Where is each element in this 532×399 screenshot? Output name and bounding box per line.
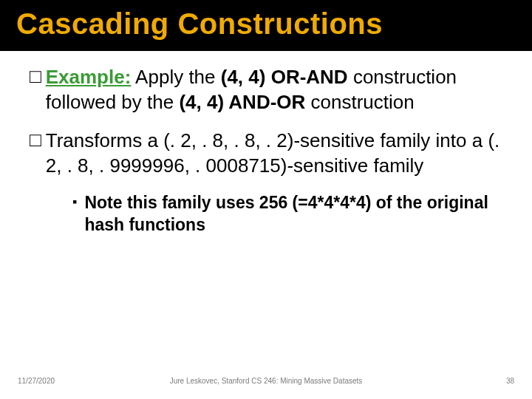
and-or-spec: (4, 4) AND-OR [179, 91, 305, 113]
text: construction [305, 91, 414, 113]
small-square-bullet-icon: ▪ [72, 191, 77, 212]
or-and-spec: (4, 4) OR-AND [221, 66, 348, 88]
slide-footer: 11/27/2020 Jure Leskovec, Stanford CS 24… [0, 377, 532, 389]
sensitive-before: (. 2, . 8, . 8, . 2)-sensitive [163, 129, 375, 151]
footer-attribution: Jure Leskovec, Stanford CS 246: Mining M… [0, 377, 532, 385]
text: family [368, 154, 423, 177]
bullet-example: □ Example: Apply the (4, 4) OR-AND const… [30, 64, 502, 115]
slide-title: Cascading Constructions [16, 7, 516, 41]
sub-bullet-text: Note this family uses 256 (=4*4*4*4) of … [84, 191, 502, 236]
text: Apply the [131, 66, 220, 88]
footer-page-number: 38 [506, 377, 514, 385]
title-bar: Cascading Constructions [0, 0, 532, 51]
square-bullet-icon: □ [30, 64, 41, 88]
bullet-example-text: Example: Apply the (4, 4) OR-AND constru… [46, 64, 502, 115]
example-label: Example: [46, 66, 132, 88]
slide-content: □ Example: Apply the (4, 4) OR-AND const… [0, 51, 532, 236]
bullet-transforms: □ Transforms a (. 2, . 8, . 8, . 2)-sens… [30, 128, 502, 178]
text: family into a [375, 129, 488, 151]
square-bullet-icon: □ [30, 128, 41, 151]
bullet-transforms-text: Transforms a (. 2, . 8, . 8, . 2)-sensit… [46, 128, 502, 178]
sub-bullet-note: ▪ Note this family uses 256 (=4*4*4*4) o… [72, 191, 502, 236]
text: Transforms a [46, 129, 163, 151]
